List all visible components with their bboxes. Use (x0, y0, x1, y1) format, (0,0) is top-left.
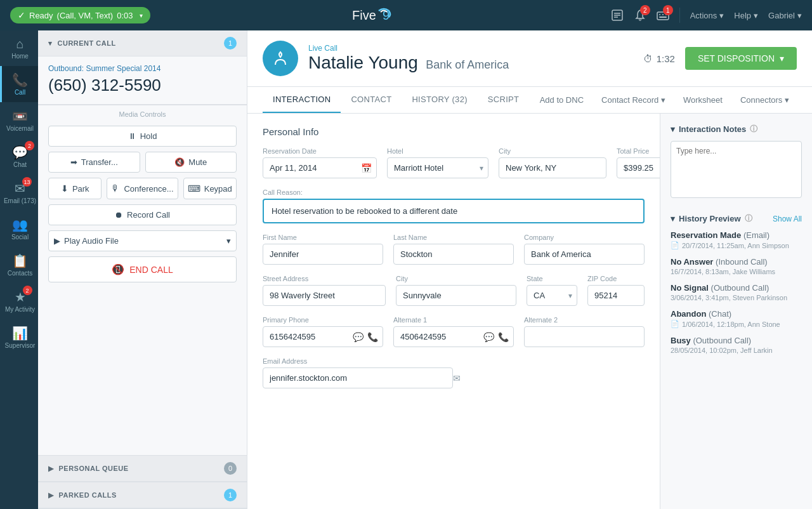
form-row-reservation: Reservation Date 📅 Hotel Marriott Hotel (263, 147, 645, 178)
status-badge[interactable]: ✓ Ready (Call, VM, Text) 0:03 ▾ (10, 7, 150, 23)
connectors-button[interactable]: Connectors ▾ (733, 91, 797, 109)
svg-point-6 (639, 19, 641, 21)
call-alt1-icon[interactable]: 📞 (498, 332, 509, 342)
call-timer: ⏱ 1:32 (643, 53, 675, 64)
help-btn[interactable]: Help ▾ (734, 11, 758, 20)
sidebar-item-home[interactable]: ⌂ Home (0, 30, 38, 66)
notifications-badge: 2 (640, 5, 650, 15)
status-detail: (Call, VM, Text) (57, 11, 114, 20)
tab-contact[interactable]: CONTACT (341, 87, 402, 113)
tab-history[interactable]: HISTORY (32) (402, 87, 477, 113)
company-input[interactable] (524, 244, 645, 265)
email-badge: 13 (22, 177, 32, 187)
sms-alt1-icon[interactable]: 💬 (483, 332, 494, 342)
sidebar-item-email[interactable]: ✉ 13 Email (173) (0, 175, 38, 211)
end-call-button[interactable]: 📵 END CALL (48, 256, 237, 282)
controls-area: ⏸ Hold ➡ Transfer... 🔇 Mute ⬇ Park (38, 121, 247, 288)
email-label: Email Address (263, 357, 466, 365)
email-group: Email Address ✉ (263, 357, 466, 388)
parked-calls-header[interactable]: ▶ PARKED CALLS 1 (38, 482, 247, 508)
city-input[interactable] (499, 157, 606, 178)
tabs-actions: Add to DNC Contact Record ▾ Worksheet Co… (532, 91, 797, 109)
sidebar-item-chat[interactable]: 💬 2 Chat (0, 138, 38, 175)
notes-icon-btn[interactable] (611, 9, 624, 22)
call-reason-group: Call Reason: (263, 188, 645, 223)
city-field-input[interactable] (396, 285, 516, 306)
total-price-input[interactable] (617, 157, 660, 178)
last-name-label: Last Name (393, 234, 514, 241)
personal-queue-header[interactable]: ▶ PERSONAL QUEUE 0 (38, 456, 247, 482)
state-select[interactable]: CA (527, 285, 577, 306)
chat-badge: 2 (25, 141, 34, 150)
set-disposition-button[interactable]: SET DISPOSITION ▾ (685, 47, 797, 70)
logo: Five 9 (352, 6, 409, 25)
total-price-label: Total Price (617, 147, 660, 155)
personal-info-title: Personal Info (263, 126, 645, 137)
hold-button[interactable]: ⏸ Hold (48, 126, 237, 147)
sidebar-item-voicemail[interactable]: 📼 Voicemail (0, 102, 38, 138)
alternate1-wrapper: 💬 📞 (393, 326, 514, 347)
doc-icon-0: 📄 (671, 241, 679, 249)
keyboard-badge: 1 (663, 5, 673, 15)
city-field-label: City (396, 275, 516, 282)
show-all-link[interactable]: Show All (773, 215, 802, 223)
hotel-select[interactable]: Marriott Hotel (387, 157, 488, 178)
record-call-button[interactable]: ⏺ Record Call (48, 204, 237, 225)
first-name-input[interactable] (263, 244, 383, 265)
tab-script[interactable]: SCRIPT (478, 87, 529, 113)
call-number: (650) 312-5590 (48, 76, 237, 95)
header-right: ⏱ 1:32 SET DISPOSITION ▾ (643, 47, 797, 70)
disposition-caret-icon: ▾ (780, 53, 784, 63)
call-reason-input[interactable] (263, 199, 645, 223)
email-input[interactable] (263, 367, 453, 388)
state-select-wrapper: CA (527, 285, 577, 306)
tabs-bar: INTERACTION CONTACT HISTORY (32) SCRIPT … (247, 87, 812, 114)
connectors-caret-icon: ▾ (785, 95, 789, 105)
call-primary-icon[interactable]: 📞 (367, 332, 378, 342)
worksheet-button[interactable]: Worksheet (676, 91, 730, 109)
sidebar-item-call[interactable]: 📞 Call (0, 66, 38, 102)
interaction-notes-info-icon: ⓘ (750, 124, 757, 135)
last-name-input[interactable] (393, 244, 514, 265)
mute-button[interactable]: 🔇 Mute (145, 152, 237, 173)
sms-icon[interactable]: 💬 (353, 332, 363, 342)
notifications-btn[interactable]: 2 (634, 9, 646, 22)
zip-code-input[interactable] (587, 285, 645, 306)
history-toggle-icon[interactable]: ▾ (671, 214, 675, 223)
sidebar-item-social[interactable]: 👥 Social (0, 211, 38, 247)
alternate2-input[interactable] (524, 326, 645, 347)
park-button[interactable]: ⬇ Park (48, 178, 102, 199)
contact-record-button[interactable]: Contact Record ▾ (594, 91, 673, 109)
play-audio-button[interactable]: ▶ Play Audio File ▾ (48, 230, 237, 251)
sidebar-item-myactivity[interactable]: ★ 2 My Activity (0, 283, 38, 319)
calendar-icon[interactable]: 📅 (361, 163, 372, 173)
transfer-button[interactable]: ➡ Transfer... (48, 152, 140, 173)
contact-record-caret-icon: ▾ (661, 95, 665, 105)
conference-button[interactable]: 🎙 Conference... (107, 178, 178, 199)
add-to-dnc-button[interactable]: Add to DNC (532, 91, 591, 109)
form-row-address: Street Address City State CA (263, 275, 645, 306)
company-label: Company (524, 234, 645, 241)
actions-btn[interactable]: Actions ▾ (690, 11, 724, 20)
reservation-date-label: Reservation Date (263, 147, 377, 155)
current-call-section-header[interactable]: ▾ CURRENT CALL 1 (38, 30, 247, 56)
reservation-date-input[interactable] (263, 157, 377, 178)
conference-icon: 🎙 (111, 183, 120, 194)
email-send-icon[interactable]: ✉ (453, 373, 461, 383)
keypad-button[interactable]: ⌨ Keypad (183, 178, 237, 199)
transfer-icon: ➡ (70, 157, 77, 167)
status-timer: 0:03 (117, 11, 133, 20)
actions-caret-icon: ▾ (719, 11, 724, 20)
sidebar-item-contacts[interactable]: 📋 Contacts (0, 247, 38, 283)
contact-header: Live Call Natalie Young Bank of America … (247, 30, 812, 87)
tab-interaction[interactable]: INTERACTION (263, 87, 341, 113)
keyboard-btn[interactable]: 1 (657, 9, 669, 22)
left-panel: ▾ CURRENT CALL 1 Outbound: Summer Specia… (38, 30, 247, 509)
street-address-input[interactable] (263, 285, 386, 306)
city-label: City (499, 147, 606, 155)
interaction-notes-textarea[interactable] (671, 141, 802, 198)
user-btn[interactable]: Gabriel ▾ (768, 11, 802, 20)
current-call-count: 1 (224, 37, 237, 50)
sidebar-item-supervisor[interactable]: 📊 Supervisor (0, 319, 38, 355)
interaction-notes-toggle-icon[interactable]: ▾ (671, 124, 675, 134)
